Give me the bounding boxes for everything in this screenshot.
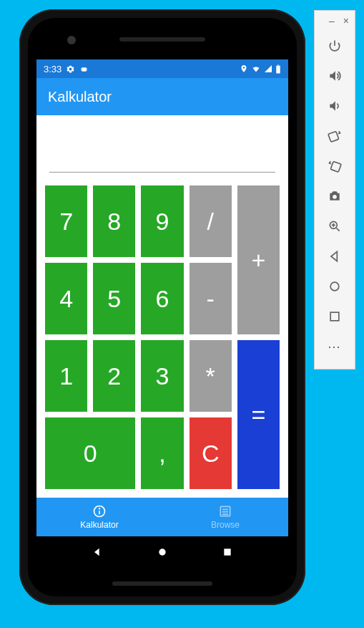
svg-rect-0 (82, 67, 87, 71)
svg-rect-16 (328, 131, 339, 142)
key-equals[interactable]: = (237, 340, 280, 489)
key-7[interactable]: 7 (45, 185, 87, 257)
key-multiply[interactable]: * (190, 340, 232, 412)
more-icon[interactable]: ⋯ (315, 332, 355, 362)
key-5[interactable]: 5 (93, 263, 135, 334)
svg-line-20 (337, 228, 340, 231)
status-time: 3:33 (44, 64, 62, 74)
phone-frame: 3:33 (19, 9, 305, 605)
list-icon (218, 504, 232, 518)
status-bar: 3:33 (36, 59, 288, 78)
key-divide[interactable]: / (190, 185, 232, 257)
key-minus[interactable]: - (190, 263, 232, 334)
front-camera (67, 36, 76, 44)
key-2[interactable]: 2 (93, 340, 135, 412)
svg-rect-6 (277, 64, 279, 65)
key-6[interactable]: 6 (141, 263, 183, 334)
overview-icon[interactable] (315, 301, 355, 332)
back-icon[interactable] (315, 241, 355, 271)
emulator-close[interactable]: × (343, 15, 349, 26)
android-nav-bar (36, 536, 288, 568)
svg-rect-5 (276, 65, 280, 73)
volume-down-icon[interactable] (315, 91, 355, 121)
svg-rect-17 (330, 161, 341, 172)
key-0[interactable]: 0 (45, 417, 135, 489)
battery-icon (275, 64, 281, 74)
calculator-content: 7 8 9 / + 4 5 6 - 1 2 3 * = (36, 115, 288, 498)
speaker-bottom (112, 581, 212, 586)
tab-bar: Kalkulator Browse (36, 498, 288, 536)
wifi-icon (251, 64, 261, 73)
info-icon (92, 504, 107, 518)
debug-icon (79, 64, 89, 74)
key-1[interactable]: 1 (45, 340, 87, 412)
tab-browse[interactable]: Browse (162, 498, 288, 536)
key-comma[interactable]: , (141, 417, 183, 489)
tab-kalkulator-label: Kalkulator (80, 520, 118, 530)
key-4[interactable]: 4 (45, 263, 87, 334)
emulator-minimize[interactable]: – (329, 15, 335, 26)
power-icon[interactable] (315, 31, 355, 61)
keypad: 7 8 9 / + 4 5 6 - 1 2 3 * = (45, 185, 280, 498)
nav-overview[interactable] (221, 546, 234, 559)
speaker-top (119, 37, 205, 42)
app-title: Kalkulator (48, 89, 112, 105)
key-8[interactable]: 8 (93, 185, 135, 257)
tab-browse-label: Browse (211, 520, 240, 530)
nav-home[interactable] (156, 546, 169, 559)
app-bar: Kalkulator (36, 78, 288, 115)
svg-rect-24 (330, 312, 339, 321)
rotate-left-icon[interactable] (315, 121, 355, 151)
svg-rect-15 (224, 549, 230, 555)
phone-inner: 3:33 (28, 18, 297, 596)
zoom-icon[interactable] (315, 211, 355, 241)
gear-icon (66, 64, 75, 74)
key-clear[interactable]: C (190, 417, 232, 489)
screen: 3:33 (36, 59, 288, 568)
key-plus[interactable]: + (237, 185, 280, 334)
volume-up-icon[interactable] (315, 61, 355, 91)
rotate-right-icon[interactable] (315, 151, 355, 181)
calculator-display (49, 115, 275, 173)
camera-icon[interactable] (315, 181, 355, 211)
svg-point-18 (333, 195, 337, 199)
svg-point-14 (159, 549, 165, 555)
svg-point-23 (330, 282, 339, 291)
nav-back[interactable] (91, 546, 104, 559)
tab-kalkulator[interactable]: Kalkulator (36, 498, 162, 536)
home-icon[interactable] (315, 271, 355, 301)
key-9[interactable]: 9 (141, 185, 183, 257)
signal-icon (264, 64, 272, 73)
emulator-toolbar: – × ⋯ (314, 10, 355, 369)
svg-point-9 (99, 508, 100, 509)
key-3[interactable]: 3 (141, 340, 183, 412)
location-icon (240, 64, 248, 73)
